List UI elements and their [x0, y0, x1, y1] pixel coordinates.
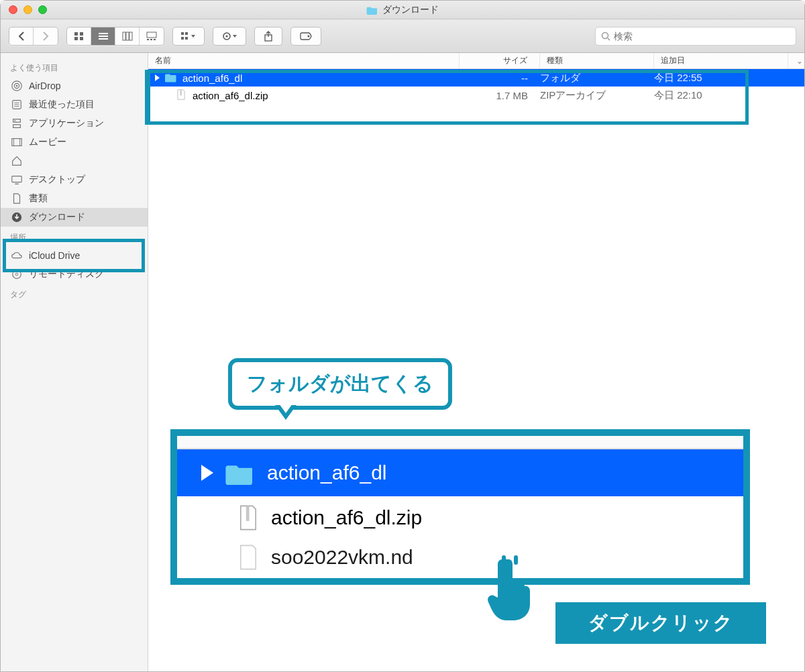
sidebar: よく使う項目 AirDrop 最近使った項目 アプリケーション ムービー [1, 53, 148, 671]
column-size[interactable]: サイズ [460, 53, 540, 68]
sidebar-item-documents[interactable]: 書類 [1, 189, 148, 208]
svg-rect-15 [185, 32, 188, 35]
sidebar-item-label: ムービー [29, 136, 66, 148]
group-by-button[interactable] [172, 27, 205, 46]
svg-rect-0 [74, 32, 78, 36]
svg-rect-10 [147, 32, 156, 38]
svg-rect-17 [185, 37, 188, 40]
column-date[interactable]: 追加日 [654, 53, 788, 68]
documents-icon [10, 192, 23, 205]
sidebar-item-label: アプリケーション [29, 117, 104, 129]
zoom-window-button[interactable] [38, 5, 47, 14]
folder-icon [225, 461, 255, 485]
disclosure-triangle-icon[interactable] [155, 74, 160, 81]
svg-rect-12 [150, 39, 152, 40]
sidebar-item-movies[interactable]: ムービー [1, 133, 148, 152]
view-mode-buttons [66, 27, 164, 46]
gallery-icon [146, 32, 157, 41]
zoom-file-name: soo2022vkm.nd [271, 546, 413, 569]
search-box[interactable] [595, 27, 796, 46]
svg-point-31 [14, 120, 15, 121]
zoom-row-zip: action_af6_dl.zip [177, 496, 743, 539]
sidebar-item-applications[interactable]: アプリケーション [1, 114, 148, 133]
svg-line-23 [608, 38, 610, 40]
traffic-lights [9, 5, 47, 14]
svg-rect-13 [154, 39, 156, 40]
svg-rect-2 [74, 37, 78, 40]
search-input[interactable] [614, 31, 790, 42]
sidebar-item-remote-disc[interactable]: リモートディスク [1, 265, 148, 284]
svg-rect-35 [12, 176, 21, 182]
file-name: action_af6_dl.zip [193, 90, 268, 101]
chevron-left-icon [17, 32, 25, 41]
sidebar-item-label: リモートディスク [29, 268, 104, 280]
recents-icon [10, 99, 23, 111]
applications-icon [10, 117, 23, 129]
annotation-callout-text: フォルダが出てくる [247, 372, 433, 394]
sidebar-item-label: ダウンロード [29, 211, 85, 223]
gallery-view-button[interactable] [140, 27, 164, 45]
zip-icon [175, 89, 187, 102]
annotation-double-click-text: ダブルクリック [588, 610, 734, 636]
icon-view-button[interactable] [67, 27, 91, 45]
toolbar [1, 19, 804, 53]
zoom-row-partial: soo2022vkm.nd [177, 539, 743, 575]
svg-point-38 [13, 270, 21, 279]
column-kind[interactable]: 種類 [540, 53, 654, 68]
list-icon [98, 32, 109, 41]
column-view-button[interactable] [115, 27, 140, 45]
disclosure-triangle-icon [201, 465, 213, 481]
svg-rect-16 [181, 37, 184, 40]
close-window-button[interactable] [9, 5, 17, 14]
column-name[interactable]: 名前 [148, 53, 460, 68]
sidebar-item-recents[interactable]: 最近使った項目 [1, 95, 148, 114]
sidebar-item-desktop[interactable]: デスクトップ [1, 170, 148, 189]
columns-icon [122, 32, 133, 41]
svg-point-21 [308, 35, 310, 37]
tags-button[interactable] [290, 27, 321, 46]
back-button[interactable] [9, 27, 34, 45]
sidebar-item-icloud[interactable]: iCloud Drive [1, 246, 148, 265]
action-menu-button[interactable] [213, 27, 246, 46]
zoom-file-name: action_af6_dl.zip [271, 506, 422, 529]
svg-rect-7 [123, 32, 125, 40]
list-view-button[interactable] [91, 27, 115, 45]
file-kind: フォルダ [540, 72, 654, 85]
svg-rect-14 [181, 32, 184, 35]
window-title-text: ダウンロード [382, 4, 439, 16]
sidebar-item-home[interactable] [1, 152, 148, 170]
svg-point-26 [16, 85, 18, 87]
file-icon [237, 544, 259, 571]
zoom-file-name: action_af6_dl [267, 461, 386, 484]
disc-icon [10, 268, 23, 280]
gear-icon [221, 32, 237, 41]
search-icon [601, 32, 610, 41]
annotation-zoom-box: action_af6_dl action_af6_dl.zip soo2022v… [170, 429, 750, 585]
minimize-window-button[interactable] [23, 5, 32, 14]
sidebar-section-locations: 場所 [1, 227, 148, 246]
sidebar-item-label: デスクトップ [29, 174, 85, 186]
zip-icon [237, 504, 259, 531]
sidebar-item-label: 最近使った項目 [29, 99, 95, 111]
annotation-callout: フォルダが出てくる [228, 358, 452, 410]
downloads-icon [10, 211, 23, 223]
file-date: 今日 22:10 [654, 89, 804, 102]
sidebar-item-label: 書類 [29, 192, 48, 205]
file-name: action_af6_dl [182, 72, 242, 84]
file-size: -- [460, 72, 540, 84]
share-button[interactable] [254, 27, 282, 46]
svg-rect-40 [180, 89, 182, 95]
sidebar-item-airdrop[interactable]: AirDrop [1, 76, 148, 95]
folder-icon [366, 5, 378, 15]
nav-buttons [9, 27, 58, 46]
svg-rect-1 [80, 32, 83, 36]
column-sort-indicator[interactable]: ⌄ [788, 53, 804, 68]
file-row-folder[interactable]: action_af6_dl -- フォルダ 今日 22:55 [148, 69, 804, 87]
grid-icon [74, 32, 85, 41]
forward-button[interactable] [34, 27, 58, 45]
sidebar-item-label: AirDrop [29, 80, 60, 91]
file-row-zip[interactable]: action_af6_dl.zip 1.7 MB ZIPアーカイブ 今日 22:… [148, 87, 804, 104]
chevron-right-icon [42, 32, 50, 41]
sidebar-item-downloads[interactable]: ダウンロード [1, 208, 148, 227]
svg-point-39 [15, 273, 18, 276]
